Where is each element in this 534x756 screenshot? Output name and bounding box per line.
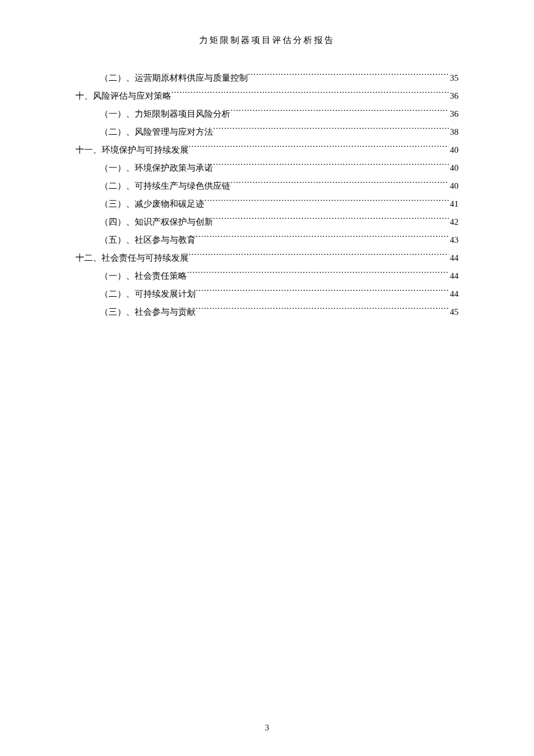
toc-dots — [213, 126, 449, 135]
toc-dots — [196, 306, 449, 315]
toc-label: 十二、社会责任与可持续发展 — [75, 249, 189, 267]
toc-label: （五）、社区参与与教育 — [100, 231, 196, 249]
toc-dots — [189, 252, 449, 261]
toc-page-number: 36 — [449, 105, 459, 123]
toc-entry: （二）、可持续生产与绿色供应链 40 — [75, 177, 459, 195]
toc-page-number: 44 — [449, 249, 459, 267]
toc-entry: 十二、社会责任与可持续发展 44 — [75, 249, 459, 267]
toc-entry: （三）、减少废物和碳足迹 41 — [75, 195, 459, 213]
toc-label: （四）、知识产权保护与创新 — [100, 213, 213, 231]
toc-entry: （一）、力矩限制器项目风险分析 36 — [75, 105, 459, 123]
toc-page-number: 44 — [449, 285, 459, 303]
toc-entry: （四）、知识产权保护与创新 42 — [75, 213, 459, 231]
toc-entry: （五）、社区参与与教育 43 — [75, 231, 459, 249]
toc-entry: 十、风险评估与应对策略 36 — [75, 87, 459, 105]
toc-dots — [204, 198, 449, 207]
toc-label: （二）、运营期原材料供应与质量控制 — [100, 69, 248, 87]
toc-dots — [230, 180, 449, 189]
toc-dots — [196, 234, 449, 243]
toc-page-number: 43 — [449, 231, 459, 249]
toc-page-number: 42 — [449, 213, 459, 231]
toc-label: （二）、可持续发展计划 — [100, 285, 196, 303]
toc-label: 十、风险评估与应对策略 — [75, 87, 171, 105]
toc-entry: （三）、社会参与与贡献 45 — [75, 303, 459, 321]
toc-dots — [189, 144, 449, 153]
toc-dots — [230, 108, 449, 117]
toc-page-number: 38 — [449, 123, 459, 141]
table-of-contents: （二）、运营期原材料供应与质量控制 35 十、风险评估与应对策略 36 （一）、… — [75, 69, 459, 321]
toc-dots — [171, 90, 449, 99]
document-page: 力矩限制器项目评估分析报告 （二）、运营期原材料供应与质量控制 35 十、风险评… — [0, 0, 534, 756]
toc-page-number: 40 — [449, 141, 459, 159]
toc-entry: （一）、社会责任策略 44 — [75, 267, 459, 285]
toc-entry: （二）、风险管理与应对方法 38 — [75, 123, 459, 141]
toc-entry: （一）、环境保护政策与承诺 40 — [75, 159, 459, 177]
toc-page-number: 45 — [449, 303, 459, 321]
toc-entry: （二）、运营期原材料供应与质量控制 35 — [75, 69, 459, 87]
toc-entry: 十一、环境保护与可持续发展 40 — [75, 141, 459, 159]
toc-label: （一）、力矩限制器项目风险分析 — [100, 105, 230, 123]
toc-dots — [213, 216, 449, 225]
page-footer-number: 3 — [0, 723, 534, 733]
toc-dots — [187, 270, 449, 279]
toc-label: （二）、风险管理与应对方法 — [100, 123, 213, 141]
toc-page-number: 40 — [449, 159, 459, 177]
toc-entry: （二）、可持续发展计划 44 — [75, 285, 459, 303]
toc-dots — [196, 288, 449, 297]
toc-page-number: 44 — [449, 267, 459, 285]
toc-page-number: 36 — [449, 87, 459, 105]
toc-page-number: 40 — [449, 177, 459, 195]
toc-dots — [248, 72, 449, 81]
toc-label: （一）、环境保护政策与承诺 — [100, 159, 213, 177]
toc-page-number: 41 — [449, 195, 459, 213]
page-header-title: 力矩限制器项目评估分析报告 — [75, 35, 459, 46]
toc-label: （三）、社会参与与贡献 — [100, 303, 196, 321]
toc-label: （三）、减少废物和碳足迹 — [100, 195, 204, 213]
toc-label: （二）、可持续生产与绿色供应链 — [100, 177, 230, 195]
toc-page-number: 35 — [449, 69, 459, 87]
toc-label: 十一、环境保护与可持续发展 — [75, 141, 189, 159]
toc-dots — [213, 162, 449, 171]
toc-label: （一）、社会责任策略 — [100, 267, 187, 285]
